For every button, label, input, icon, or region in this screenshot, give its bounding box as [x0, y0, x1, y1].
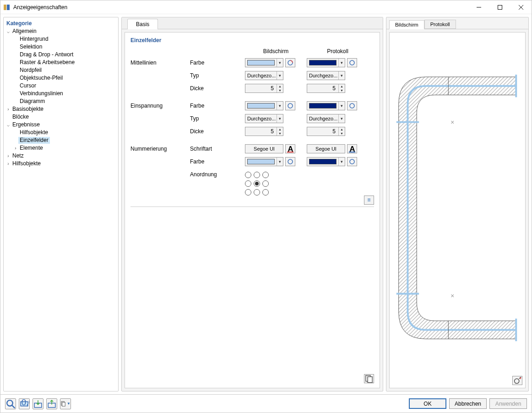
tree-ergebnisse[interactable]: ⌵Ergebnisse — [5, 121, 117, 129]
label-farbe: Farbe — [190, 103, 245, 109]
chevron-down-icon[interactable]: ⌵ — [5, 28, 11, 35]
einspannung-dicke-screen[interactable]: 5▲▼ — [245, 127, 283, 136]
ok-button[interactable]: OK — [409, 398, 446, 409]
tree-raster[interactable]: Raster & Arbeitsebene — [12, 59, 117, 66]
tree-bloecke[interactable]: Blöcke — [5, 113, 117, 121]
chevron-right-icon[interactable]: › — [13, 145, 18, 152]
einspannung-typ-protocol[interactable]: Durchgezo...▾ — [307, 114, 345, 123]
tree-selektion[interactable]: Selektion — [12, 43, 117, 51]
tree-nordpfeil[interactable]: Nordpfeil — [12, 66, 117, 74]
svg-point-14 — [288, 159, 293, 164]
color-picker-icon[interactable] — [347, 101, 357, 110]
einspannung-farbe-protocol[interactable]: ▾ — [307, 101, 345, 110]
nummerierung-font-screen[interactable]: Segoe UI — [245, 144, 283, 153]
chevron-down-icon[interactable]: ▾ — [277, 158, 283, 166]
anordnung-radio-6[interactable] — [245, 189, 251, 196]
cancel-button[interactable]: Abbrechen — [449, 398, 487, 409]
spin-down-icon[interactable]: ▼ — [339, 131, 345, 136]
tree-basisobjekte[interactable]: ›Basisobjekte — [5, 105, 117, 113]
color-picker-icon[interactable] — [285, 58, 295, 67]
preview-canvas[interactable]: × × — [389, 32, 526, 388]
chevron-down-icon[interactable]: ▾ — [338, 102, 345, 110]
anordnung-radio-5[interactable] — [262, 180, 269, 187]
anordnung-radio-7[interactable] — [254, 189, 260, 196]
anordnung-radio-3[interactable] — [245, 180, 251, 187]
sidebar-title: Kategorie — [5, 19, 117, 27]
font-settings-icon[interactable]: A — [347, 144, 357, 153]
preview-tab-protocol[interactable]: Protokoll — [424, 20, 456, 29]
color-picker-icon[interactable] — [347, 157, 357, 166]
chevron-right-icon[interactable]: › — [5, 152, 11, 159]
mittellinien-dicke-screen[interactable]: 5▲▼ — [245, 84, 283, 93]
color-picker-icon[interactable] — [347, 58, 357, 67]
color-picker-icon[interactable] — [285, 157, 295, 166]
minimize-button[interactable] — [468, 0, 489, 14]
mittellinien-dicke-protocol[interactable]: 5▲▼ — [307, 84, 345, 93]
chevron-down-icon[interactable]: ▾ — [338, 59, 345, 67]
tree-objektsuche[interactable]: Objektsuche-Pfeil — [12, 74, 117, 82]
chevron-down-icon[interactable]: ▾ — [338, 158, 345, 166]
anordnung-radio-4[interactable] — [254, 180, 260, 187]
chevron-down-icon[interactable]: ▾ — [277, 102, 283, 110]
anordnung-radio-1[interactable] — [254, 172, 260, 178]
mittellinien-farbe-protocol[interactable]: ▾ — [307, 58, 345, 67]
spin-up-icon[interactable]: ▲ — [277, 127, 283, 131]
maximize-button[interactable] — [489, 0, 510, 14]
preview-tab-screen[interactable]: Bildschirm — [389, 20, 424, 29]
tree-hintergrund[interactable]: Hintergrund — [12, 35, 117, 43]
anordnung-radio-2[interactable] — [262, 172, 269, 178]
mittellinien-typ-protocol[interactable]: Durchgezo...▾ — [307, 71, 345, 80]
svg-point-15 — [350, 159, 354, 164]
spin-down-icon[interactable]: ▼ — [277, 131, 283, 136]
tree-verbindungslinien[interactable]: Verbindungslinien — [12, 90, 117, 98]
chevron-right-icon[interactable]: › — [5, 106, 11, 113]
copy-settings-icon[interactable] — [364, 374, 374, 383]
einspannung-farbe-screen[interactable]: ▾ — [245, 101, 283, 110]
tree-hilfsobjekte[interactable]: Hilfsobjekte — [12, 129, 117, 136]
tree-netz[interactable]: ›Netz — [5, 152, 117, 160]
tab-basis[interactable]: Basis — [127, 19, 158, 29]
tree-hilfsobjekte2[interactable]: ›Hilfsobjekte — [5, 160, 117, 168]
nummerierung-farbe-screen[interactable]: ▾ — [245, 157, 283, 166]
export-icon[interactable] — [46, 398, 57, 409]
chevron-down-icon[interactable]: ▾ — [277, 114, 283, 123]
tree-elemente[interactable]: ›Elemente — [12, 144, 117, 152]
clipboard-menu-icon[interactable]: ▼ — [60, 398, 71, 409]
einspannung-typ-screen[interactable]: Durchgezo...▾ — [245, 114, 283, 123]
units-icon[interactable]: 0,00 — [19, 398, 30, 409]
nummerierung-font-protocol[interactable]: Segoe UI — [307, 144, 345, 153]
sync-columns-button[interactable]: = — [364, 196, 374, 205]
chevron-down-icon[interactable]: ▾ — [277, 59, 283, 67]
tree-diagramm[interactable]: Diagramm — [12, 98, 117, 105]
chevron-down-icon[interactable]: ▾ — [338, 114, 345, 123]
anordnung-grid[interactable] — [245, 172, 374, 197]
einspannung-dicke-protocol[interactable]: 5▲▼ — [307, 127, 345, 136]
close-button[interactable] — [510, 0, 532, 14]
spin-up-icon[interactable]: ▲ — [339, 127, 345, 131]
color-picker-icon[interactable] — [285, 101, 295, 110]
tree-allgemein[interactable]: ⌵Allgemein — [5, 27, 117, 35]
mittellinien-typ-screen[interactable]: Durchgezo...▾ — [245, 71, 283, 80]
nummerierung-farbe-protocol[interactable]: ▾ — [307, 157, 345, 166]
spin-up-icon[interactable]: ▲ — [277, 84, 283, 88]
mittellinien-farbe-screen[interactable]: ▾ — [245, 58, 283, 67]
category-tree[interactable]: ⌵Allgemein Hintergrund Selektion Drag & … — [5, 27, 117, 168]
spin-down-icon[interactable]: ▼ — [339, 88, 345, 92]
chevron-down-icon[interactable]: ▾ — [338, 71, 345, 80]
search-icon[interactable] — [5, 398, 16, 409]
tree-einzelfelder[interactable]: Einzelfelder — [12, 136, 117, 144]
anordnung-radio-0[interactable] — [245, 172, 251, 178]
font-settings-icon[interactable]: A — [285, 144, 295, 153]
anordnung-radio-8[interactable] — [262, 189, 269, 196]
reset-view-icon[interactable] — [512, 376, 522, 385]
apply-button[interactable]: Anwenden — [489, 398, 527, 409]
chevron-right-icon[interactable]: › — [5, 160, 11, 167]
import-icon[interactable] — [33, 398, 43, 409]
chevron-down-icon[interactable]: ⌵ — [5, 121, 11, 128]
spin-down-icon[interactable]: ▼ — [277, 88, 283, 92]
tree-dragdrop[interactable]: Drag & Drop - Antwort — [12, 51, 117, 59]
tree-cursor[interactable]: Cursor — [12, 82, 117, 90]
svg-point-7 — [350, 60, 354, 65]
chevron-down-icon[interactable]: ▾ — [277, 71, 283, 80]
spin-up-icon[interactable]: ▲ — [339, 84, 345, 88]
